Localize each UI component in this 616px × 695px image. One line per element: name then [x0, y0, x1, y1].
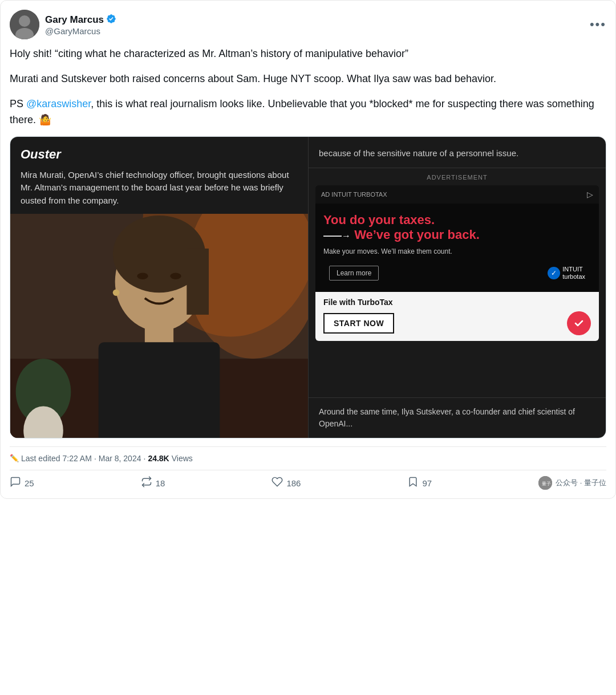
- ad-play-icon: ▷: [587, 190, 593, 199]
- retweet-count: 18: [156, 478, 165, 488]
- red-check-circle-icon: [567, 311, 591, 335]
- start-now-button[interactable]: START NOW: [323, 313, 394, 334]
- like-action[interactable]: 186: [271, 476, 301, 490]
- watermark-text: 公众号 · 量子位: [556, 478, 606, 488]
- edit-icon: ✏️: [10, 454, 19, 462]
- svg-rect-14: [187, 249, 209, 315]
- ad-inner-header: AD INTUIT TURBOTAX ▷: [315, 185, 599, 204]
- ad-headline: You do your taxes. ——→ We’ve got your ba…: [323, 213, 591, 243]
- start-now-row: START NOW: [323, 311, 591, 335]
- svg-point-17: [113, 290, 120, 296]
- card-description: Mira Murati, OpenAI’s chief technology o…: [21, 169, 298, 208]
- views-count: 24.8K: [148, 454, 169, 463]
- avatar[interactable]: [10, 10, 39, 39]
- like-count: 186: [286, 478, 301, 488]
- retweet-action[interactable]: 18: [141, 476, 165, 490]
- tweet-paragraph-3: PS @karaswisher, this is what real journ…: [10, 96, 606, 128]
- tweet-actions: 25 18 186: [10, 470, 606, 498]
- ps-prefix: PS: [10, 98, 26, 109]
- card-right-bottom-text: Around the same time, Ilya Sutskever, a …: [309, 397, 606, 438]
- reply-action[interactable]: 25: [10, 476, 34, 490]
- tweet-paragraph-2: Murati and Sutskever both raised concern…: [10, 71, 606, 87]
- tweet-text: Holy shit! “citing what he characterized…: [10, 46, 606, 128]
- ad-brand: AD INTUIT TURBOTAX: [321, 191, 387, 198]
- ad-footer-dark: Learn more ✓ INTUITturbotax: [323, 262, 591, 284]
- bookmark-count: 97: [422, 478, 432, 488]
- display-name[interactable]: Gary Marcus: [45, 14, 116, 26]
- display-name-text: Gary Marcus: [45, 14, 104, 26]
- card-right-top-text: because of the sensitive nature of a per…: [309, 137, 606, 169]
- more-options-button[interactable]: •••: [590, 18, 606, 31]
- ad-light-section: File with TurboTax START NOW: [315, 292, 599, 341]
- article-card[interactable]: Ouster Mira Murati, OpenAI’s chief techn…: [10, 136, 606, 438]
- ad-content-dark: You do your taxes. ——→ We’ve got your ba…: [315, 204, 599, 292]
- tweet-meta: ✏️ Last edited 7:22 AM · Mar 8, 2024 · 2…: [10, 446, 606, 470]
- tweet-paragraph-1: Holy shit! “citing what he characterized…: [10, 46, 606, 62]
- meta-dot1: ·: [94, 454, 96, 463]
- svg-rect-12: [99, 342, 220, 437]
- intuit-logo: ✓ INTUITturbotax: [548, 266, 585, 281]
- ad-label: ADVERTISEMENT: [315, 174, 599, 181]
- intuit-turbotax-label: INTUITturbotax: [562, 266, 585, 281]
- tweet-container: Gary Marcus @GaryMarcus ••• Holy shit! “…: [0, 0, 616, 499]
- file-turbotax-text: File with TurboTax: [323, 298, 591, 307]
- last-edited-label: Last edited: [21, 454, 60, 463]
- intuit-check-icon: ✓: [548, 267, 560, 279]
- watermark: 量子 公众号 · 量子位: [538, 476, 606, 490]
- tweet-header-left: Gary Marcus @GaryMarcus: [10, 10, 116, 39]
- svg-point-1: [19, 15, 30, 27]
- avatar-image: [10, 10, 39, 39]
- tweet-date: Mar 8, 2024: [99, 454, 141, 463]
- username[interactable]: @GaryMarcus: [45, 26, 116, 36]
- ad-box: AD INTUIT TURBOTAX ▷ You do your taxes. …: [315, 185, 599, 341]
- bookmark-action[interactable]: 97: [407, 476, 432, 490]
- ad-arrow: ——→: [323, 231, 351, 241]
- article-image: [10, 214, 308, 438]
- ouster-title: Ouster: [21, 147, 298, 162]
- verified-badge: [106, 14, 116, 26]
- ad-headline-line2: We’ve got your back.: [354, 227, 480, 242]
- svg-point-20: [572, 316, 586, 331]
- mention-link[interactable]: @karaswisher: [26, 98, 91, 109]
- card-left: Ouster Mira Murati, OpenAI’s chief techn…: [10, 137, 308, 438]
- svg-text:量子: 量子: [542, 481, 551, 486]
- svg-point-15: [137, 273, 148, 280]
- card-right: because of the sensitive nature of a per…: [308, 137, 606, 438]
- reply-icon: [10, 476, 21, 490]
- ps-suffix: , this is what real journalism looks lik…: [10, 98, 594, 125]
- user-info: Gary Marcus @GaryMarcus: [45, 14, 116, 36]
- ad-subtext: Make your moves. We’ll make them count.: [323, 247, 591, 255]
- reply-count: 25: [25, 478, 34, 488]
- views-label: Views: [172, 454, 193, 463]
- bookmark-icon: [407, 476, 419, 490]
- card-left-header: Ouster Mira Murati, OpenAI’s chief techn…: [10, 137, 308, 214]
- learn-more-button[interactable]: Learn more: [329, 266, 379, 281]
- tweet-header: Gary Marcus @GaryMarcus •••: [10, 10, 606, 39]
- retweet-icon: [141, 476, 152, 490]
- ad-headline-line1: You do your taxes.: [323, 213, 435, 227]
- ad-section: ADVERTISEMENT AD INTUIT TURBOTAX ▷ You d…: [309, 168, 606, 397]
- tweet-time: 7:22 AM: [63, 454, 92, 463]
- watermark-avatar: 量子: [538, 476, 552, 490]
- svg-point-16: [170, 273, 181, 280]
- meta-dot2: ·: [143, 454, 145, 463]
- like-icon: [271, 476, 283, 490]
